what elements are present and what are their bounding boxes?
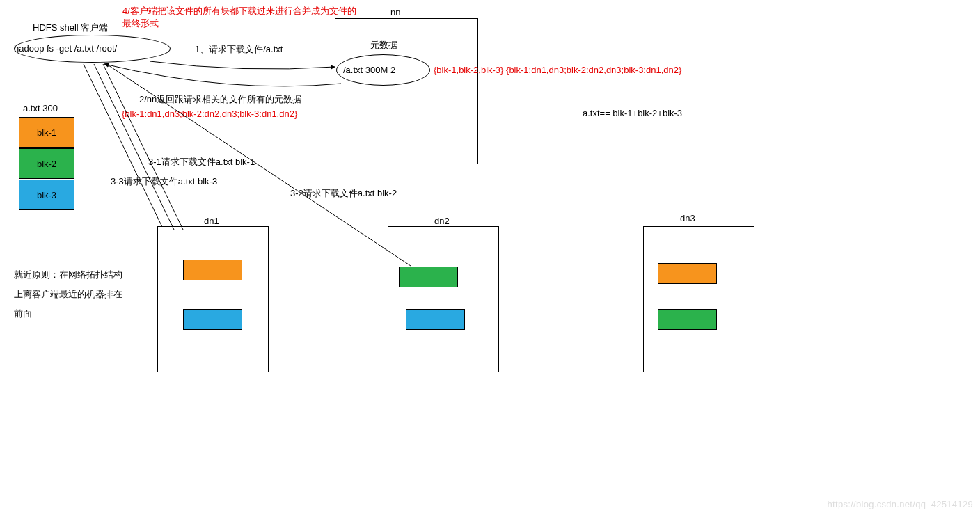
nn-label: nn (390, 7, 400, 17)
watermark: https://blog.csdn.net/qq_42514129 (828, 499, 973, 509)
nn-box (335, 18, 478, 164)
dn1-label: dn1 (204, 216, 219, 226)
svg-line-1 (103, 64, 183, 230)
dn2-label: dn2 (434, 216, 450, 226)
dn3-label: dn3 (680, 213, 695, 223)
proximity-l1: 就近原则：在网络拓扑结构 (14, 269, 122, 281)
arrow-2-data: {blk-1:dn1,dn3;blk-2:dn2,dn3;blk-3:dn1,d… (122, 109, 297, 119)
dn3-blk-orange (658, 263, 717, 284)
blk1-label: blk-1 (37, 127, 56, 138)
dn1-blk-orange (183, 260, 242, 280)
dn2-blk-green (399, 267, 458, 287)
file-blk-2: blk-2 (19, 148, 74, 179)
svg-line-3 (84, 64, 162, 227)
dn2-box (388, 226, 499, 372)
dn3-blk-green (658, 309, 717, 330)
file-blk-3: blk-3 (19, 180, 74, 210)
req-3-1: 3-1请求下载文件a.txt blk-1 (148, 156, 255, 168)
merge-note-line1: 4/客户端把该文件的所有块都下载过来进行合并成为文件的 (122, 5, 356, 17)
dn3-box (643, 226, 754, 372)
file-stack-title: a.txt 300 (23, 103, 58, 113)
req-3-3: 3-3请求下载文件a.txt blk-3 (111, 175, 217, 188)
merge-note-line2: 最终形式 (122, 17, 159, 30)
file-blk-1: blk-1 (19, 117, 74, 148)
dn1-box (157, 226, 269, 372)
svg-line-0 (94, 64, 174, 230)
metadata-line: /a.txt 300M 2 (343, 65, 395, 75)
metadata-sets: {blk-1,blk-2,blk-3} {blk-1:dn1,dn3;blk-2… (434, 65, 681, 75)
arrow-1-label: 1、请求下载文件/a.txt (195, 43, 283, 56)
client-title: HDFS shell 客户端 (33, 22, 108, 34)
metadata-title: 元数据 (370, 39, 397, 52)
blk3-label: blk-3 (37, 190, 56, 200)
proximity-l2: 上离客户端最近的机器排在 (14, 288, 122, 301)
arrow-2-label: 2/nn返回跟请求相关的文件所有的元数据 (139, 93, 301, 106)
client-cmd: hadoop fs -get /a.txt /root/ (14, 43, 117, 54)
blk2-label: blk-2 (37, 159, 56, 169)
proximity-l3: 前面 (14, 308, 32, 320)
dn1-blk-blue (183, 309, 242, 330)
equation: a.txt== blk-1+blk-2+blk-3 (583, 108, 682, 118)
dn2-blk-blue (406, 309, 465, 330)
req-3-2: 3-2请求下载文件a.txt blk-2 (290, 187, 397, 200)
